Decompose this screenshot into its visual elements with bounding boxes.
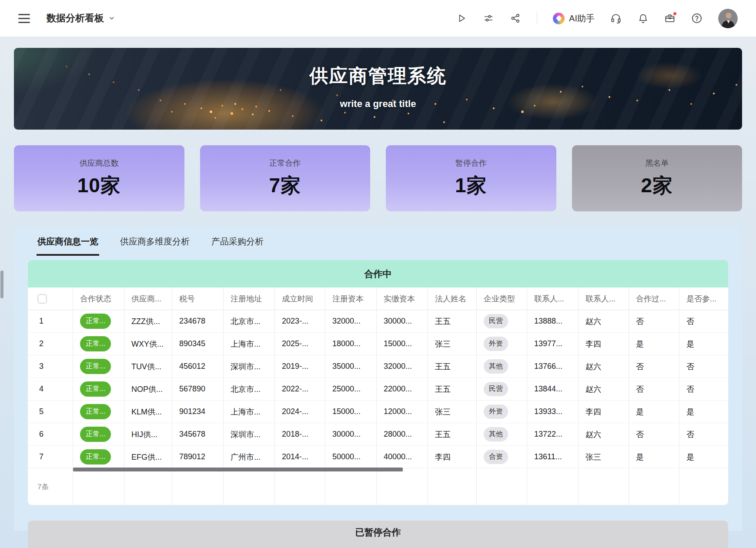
table-row[interactable]: 1正常...ZZZ供...234678北京市...2023-...32000..… xyxy=(28,310,728,333)
menu-icon[interactable] xyxy=(18,14,30,23)
table-cell: 王五 xyxy=(428,310,477,333)
table-cell: 50000... xyxy=(325,446,377,468)
column-header: 实缴资本 xyxy=(377,287,428,310)
tab-supplier-overview[interactable]: 供应商信息一览 xyxy=(37,234,99,256)
table-cell: 是 xyxy=(679,333,728,355)
table-cell: 是 xyxy=(629,446,679,468)
row-index: 6 xyxy=(28,423,73,446)
status-badge: 正常... xyxy=(80,336,111,351)
column-header: 联系人... xyxy=(579,287,629,310)
company-type-badge: 合资 xyxy=(484,450,508,464)
company-type-badge: 外资 xyxy=(484,404,508,419)
table-row[interactable]: 2正常...WXY供...890345上海市...2025-...18000..… xyxy=(28,333,728,355)
table-cell: 王五 xyxy=(428,378,477,401)
page-title: 数据分析看板 xyxy=(47,12,104,25)
ai-assistant-label: AI助手 xyxy=(569,13,595,24)
table-cell: 合资 xyxy=(477,446,527,468)
table-cell: 民营 xyxy=(477,378,527,401)
dashboard-title-dropdown[interactable]: 数据分析看板 xyxy=(47,12,115,25)
stat-card-normal-cooperation: 正常合作 7家 xyxy=(200,145,371,211)
table-cell: 张三 xyxy=(428,333,477,355)
table-cell: 上海市... xyxy=(224,333,275,355)
table-cell: KLM供... xyxy=(124,401,172,423)
row-index: 4 xyxy=(28,378,73,401)
play-icon[interactable] xyxy=(456,13,467,24)
table-row[interactable]: 4正常...NOP供...567890北京市...2022-...25000..… xyxy=(28,378,728,401)
table-cell: 13977... xyxy=(527,333,579,355)
column-header: 注册资本 xyxy=(325,287,377,310)
table-footer-row: 7条 xyxy=(28,468,728,505)
table-cell: TUV供... xyxy=(124,355,172,378)
table-cell: 正常... xyxy=(73,333,124,355)
table-cell: 是 xyxy=(679,446,728,468)
column-header: 是否参... xyxy=(679,287,728,310)
table-cell: 28000... xyxy=(377,423,428,446)
table-cell: 15000... xyxy=(325,401,377,423)
table-cell: 345678 xyxy=(172,423,224,446)
table-cell: 234678 xyxy=(172,310,224,333)
settings-sliders-icon[interactable] xyxy=(483,13,494,24)
table-cell: 否 xyxy=(629,423,679,446)
table-cell: 否 xyxy=(629,355,679,378)
tab-supplier-analysis[interactable]: 供应商多维度分析 xyxy=(119,234,191,256)
table-cell: HIJ供... xyxy=(124,423,172,446)
table-cell: 李四 xyxy=(579,401,629,423)
table-cell: NOP供... xyxy=(124,378,172,401)
status-badge: 正常... xyxy=(80,404,111,419)
table-cell: 567890 xyxy=(172,378,224,401)
share-icon[interactable] xyxy=(510,13,521,24)
stat-cards-row: 供应商总数 10家 正常合作 7家 暂停合作 1家 黑名单 2家 xyxy=(14,145,742,211)
table-cell: 赵六 xyxy=(579,378,629,401)
table-cell: 正常... xyxy=(73,423,124,446)
table-cell: ZZZ供... xyxy=(124,310,172,333)
table-cell: 13888... xyxy=(527,310,579,333)
table-cell: 2025-... xyxy=(275,333,325,355)
table-cell: 2022-... xyxy=(275,378,325,401)
table-header-row: 合作状态 供应商... 税号 注册地址 成立时间 注册资本 实缴资本 法人姓名 … xyxy=(28,287,728,310)
table-row[interactable]: 7正常...EFG供...789012广州市...2014-...50000..… xyxy=(28,446,728,468)
table-cell: 赵六 xyxy=(579,355,629,378)
tab-procurement-analysis[interactable]: 产品采购分析 xyxy=(211,234,264,256)
column-header: 合作过... xyxy=(629,287,679,310)
table-row[interactable]: 3正常...TUV供...456012深圳市...2019-...35000..… xyxy=(28,355,728,378)
company-type-badge: 其他 xyxy=(484,359,508,374)
ai-assistant-icon xyxy=(553,13,565,24)
table-cell: 2023-... xyxy=(275,310,325,333)
table-cell: 王五 xyxy=(428,423,477,446)
horizontal-scrollbar[interactable] xyxy=(73,468,403,471)
table-row[interactable]: 6正常...HIJ供...345678深圳市...2018-...30000..… xyxy=(28,423,728,446)
table-cell: 15000... xyxy=(377,333,428,355)
hero-banner: 供应商管理系统 write a great title xyxy=(14,48,742,130)
table-cell: 30000... xyxy=(377,310,428,333)
earth-night-image xyxy=(14,48,742,130)
table-row[interactable]: 5正常...KLM供...901234上海市...2024-...15000..… xyxy=(28,401,728,423)
company-type-badge: 外资 xyxy=(484,337,508,351)
status-badge: 正常... xyxy=(80,314,111,329)
table-cell: 张三 xyxy=(428,401,477,423)
column-header: 税号 xyxy=(172,287,224,310)
table-cell: 789012 xyxy=(172,446,224,468)
table-cell: 456012 xyxy=(172,355,224,378)
select-all-checkbox[interactable] xyxy=(37,294,47,304)
table-cell: 890345 xyxy=(172,333,224,355)
vertical-scrollbar[interactable] xyxy=(0,271,3,298)
table-cell: 是 xyxy=(679,401,728,423)
notifications-bell-icon[interactable] xyxy=(637,13,649,24)
column-header: 成立时间 xyxy=(275,287,325,310)
table-cell: 40000... xyxy=(377,446,428,468)
row-index: 2 xyxy=(28,333,73,355)
stat-card-blacklist: 黑名单 2家 xyxy=(572,145,743,211)
hero-subtitle: write a great title xyxy=(14,98,742,110)
hero-title: 供应商管理系统 xyxy=(14,63,742,89)
stat-card-paused-cooperation: 暂停合作 1家 xyxy=(386,145,556,211)
table-cell: 否 xyxy=(679,378,728,401)
table-cell: 李四 xyxy=(428,446,477,468)
paused-section-title: 已暂停合作 xyxy=(28,521,728,548)
help-icon[interactable] xyxy=(691,13,702,24)
user-avatar[interactable] xyxy=(718,9,738,28)
headset-support-icon[interactable] xyxy=(610,13,622,24)
ai-assistant-button[interactable]: AI助手 xyxy=(553,13,595,24)
tab-panel: 供应商信息一览 供应商多维度分析 产品采购分析 合作中 合作状态 供应商... … xyxy=(14,226,742,531)
briefcase-icon[interactable] xyxy=(664,13,676,24)
status-badge: 正常... xyxy=(80,449,111,464)
